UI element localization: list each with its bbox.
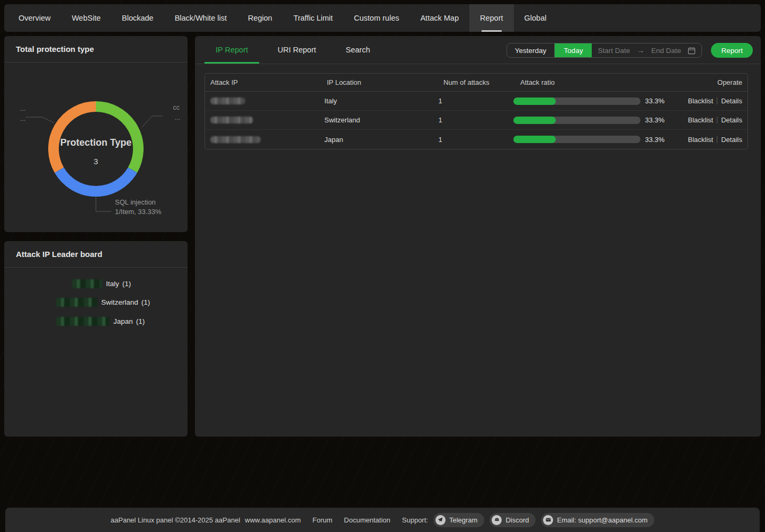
donut-label-bottom-name: SQL injection <box>115 199 156 206</box>
redacted-ip-bar <box>56 298 97 307</box>
yesterday-button[interactable]: Yesterday <box>507 43 555 57</box>
attack-ratio-percent: 33.3% <box>645 136 664 144</box>
table-header-row: Attack IP IP Location Num of attacks Att… <box>205 74 748 92</box>
nav-item-global[interactable]: Global <box>514 4 557 32</box>
redacted-ip-bar <box>72 279 102 288</box>
cell-attack-ratio: 33.3% <box>508 116 664 124</box>
top-nav: Overview WebSite Blockade Black/White li… <box>4 4 761 32</box>
tab-label: Search <box>346 46 370 54</box>
cell-ip-location: Japan <box>319 136 433 144</box>
nav-item-blockade[interactable]: Blockade <box>111 4 164 32</box>
cell-operate: Blacklist Details <box>664 116 748 124</box>
donut-label-right-value: ... <box>175 114 180 121</box>
email-icon <box>543 515 553 525</box>
nav-label: Global <box>524 14 547 22</box>
attack-ratio-fill <box>513 136 556 143</box>
nav-label: WebSite <box>72 14 101 22</box>
nav-label: Attack Map <box>420 14 459 22</box>
email-button[interactable]: Email: support@aapanel.com <box>541 513 654 527</box>
nav-label: Region <box>248 14 272 22</box>
footer-site-link[interactable]: www.aapanel.com <box>245 516 301 524</box>
cell-operate: Blacklist Details <box>664 97 748 105</box>
donut-center-value: 3 <box>4 157 188 166</box>
nav-label: Overview <box>19 14 50 22</box>
nav-item-custom-rules[interactable]: Custom rules <box>343 4 410 32</box>
attack-ratio-percent: 33.3% <box>645 97 664 105</box>
date-range-picker[interactable]: Start Date → End Date <box>592 43 701 57</box>
attack-ip-leaderboard-panel: Attack IP Leader board Italy (1) Switzer… <box>4 241 188 437</box>
cell-attack-ratio: 33.3% <box>508 97 664 105</box>
header-attack-ip: Attack IP <box>205 78 322 86</box>
country-name: Italy <box>106 280 119 288</box>
discord-button[interactable]: Discord <box>490 513 536 527</box>
attack-ratio-bar <box>513 117 641 124</box>
cell-attack-ip <box>205 136 319 143</box>
leaderboard-row: Japan (1) <box>56 317 145 326</box>
calendar-icon[interactable] <box>688 47 696 55</box>
telegram-button[interactable]: Telegram <box>433 513 484 527</box>
telegram-label: Telegram <box>449 516 477 524</box>
today-button[interactable]: Today <box>554 43 592 57</box>
report-header: IP Report URI Report Search Yesterday To… <box>195 36 761 64</box>
cell-ip-location: Italy <box>319 97 433 105</box>
tab-search[interactable]: Search <box>335 36 381 64</box>
leaderboard-label: Japan (1) <box>113 317 145 325</box>
end-date-input[interactable]: End Date <box>651 47 681 55</box>
country-name: Switzerland <box>101 298 138 306</box>
blacklist-link[interactable]: Blacklist <box>688 97 714 105</box>
blacklist-link[interactable]: Blacklist <box>688 136 714 144</box>
leaderboard-row: Switzerland (1) <box>56 298 150 307</box>
nav-item-overview[interactable]: Overview <box>8 4 61 32</box>
tab-ip-report[interactable]: IP Report <box>204 36 259 64</box>
cell-num-attacks: 1 <box>433 97 509 105</box>
cell-num-attacks: 1 <box>433 136 509 144</box>
discord-label: Discord <box>505 516 529 524</box>
nav-label: Custom rules <box>354 14 399 22</box>
donut-label-bottom-value: 1/Item, 33.33% <box>115 208 161 216</box>
details-link[interactable]: Details <box>721 116 742 124</box>
attack-count: (1) <box>141 298 150 306</box>
nav-label: Blockade <box>122 14 154 22</box>
total-protection-type-panel: Total protection type ... ... cc ... SQL… <box>4 36 188 232</box>
details-link[interactable]: Details <box>721 136 742 144</box>
report-panel: IP Report URI Report Search Yesterday To… <box>195 36 761 437</box>
nav-label: Report <box>480 14 503 22</box>
cell-attack-ratio: 33.3% <box>508 136 664 144</box>
nav-item-region[interactable]: Region <box>237 4 283 32</box>
attack-ratio-fill <box>513 97 556 105</box>
tab-label: IP Report <box>216 46 248 54</box>
footer-forum-link[interactable]: Forum <box>313 516 333 524</box>
date-controls: Yesterday Today Start Date → End Date Re… <box>506 43 753 58</box>
attack-count: (1) <box>122 280 131 288</box>
protection-donut-chart <box>4 36 188 232</box>
panel-title: Total protection type <box>4 36 188 63</box>
blacklist-link[interactable]: Blacklist <box>688 116 714 124</box>
tab-uri-report[interactable]: URI Report <box>266 36 327 64</box>
nav-item-black-white-list[interactable]: Black/White list <box>164 4 237 32</box>
donut-label-right-name: cc <box>173 104 180 111</box>
footer-documentation-link[interactable]: Documentation <box>344 516 390 524</box>
nav-label: Black/White list <box>175 14 227 22</box>
attack-ratio-percent: 33.3% <box>645 116 664 124</box>
telegram-icon <box>435 515 446 525</box>
cell-operate: Blacklist Details <box>664 136 748 144</box>
attack-ratio-fill <box>513 117 556 124</box>
nav-item-report[interactable]: Report <box>469 4 514 32</box>
cell-ip-location: Switzerland <box>319 116 433 124</box>
nav-item-website[interactable]: WebSite <box>61 4 111 32</box>
table-row: Japan 1 33.3% Blacklist Details <box>205 130 748 149</box>
date-range-arrow-icon: → <box>637 46 644 55</box>
tab-label: URI Report <box>278 46 316 54</box>
action-divider <box>717 117 717 123</box>
leaderboard-label: Italy (1) <box>106 280 131 288</box>
nav-item-traffic-limit[interactable]: Traffic Limit <box>283 4 343 32</box>
cell-attack-ip <box>205 97 319 104</box>
leaderboard-row: Italy (1) <box>72 279 131 288</box>
footer-support-label: Support: <box>402 516 428 524</box>
nav-item-attack-map[interactable]: Attack Map <box>410 4 469 32</box>
footer-copyright: aaPanel Linux panel ©2014-2025 aaPanel <box>111 516 241 524</box>
start-date-input[interactable]: Start Date <box>598 47 630 55</box>
details-link[interactable]: Details <box>721 97 742 105</box>
donut-label-left-name: ... <box>20 105 25 112</box>
generate-report-button[interactable]: Report <box>711 43 753 58</box>
